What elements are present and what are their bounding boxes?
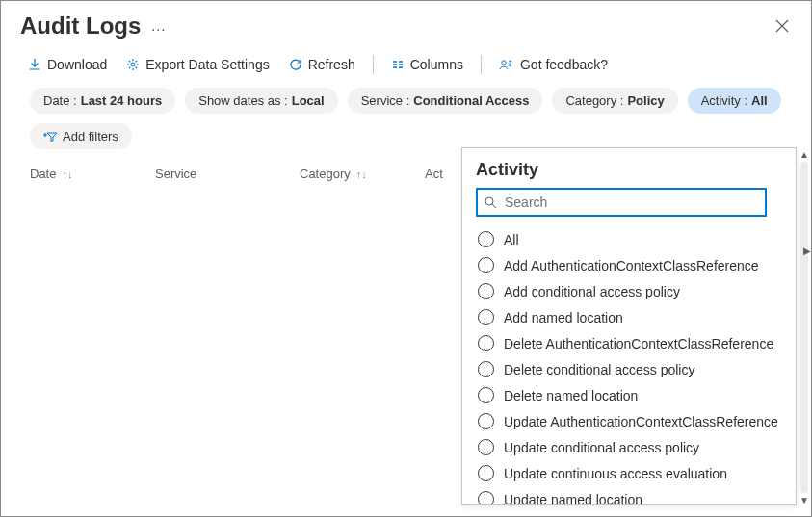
scrollbar-track[interactable] [800,162,808,493]
radio-icon [478,465,494,481]
activity-option-label: Add named location [504,310,623,325]
close-icon [775,19,789,33]
activity-option[interactable]: Update AuthenticationContextClassReferen… [476,408,786,434]
refresh-icon [289,58,302,71]
scroll-right-icon[interactable]: ▶ [803,246,811,256]
radio-icon [478,387,494,403]
columns-button[interactable]: Columns [383,53,471,76]
filter-show-dates[interactable]: Show dates as : Local [185,88,337,114]
filter-service[interactable]: Service : Conditional Access [348,88,543,114]
download-label: Download [47,57,107,72]
search-icon [484,195,497,209]
feedback-button[interactable]: Got feedback? [491,53,616,76]
activity-option[interactable]: Update conditional access policy [476,434,786,460]
activity-option-label: Update continuous access evaluation [504,466,727,481]
filter-service-label: Service : [361,93,410,108]
radio-icon [478,335,494,351]
column-header-service-label: Service [155,167,196,181]
add-filters-button[interactable]: Add filters [30,123,132,149]
activity-option[interactable]: Delete conditional access policy [476,356,786,382]
filter-date-value: Last 24 hours [81,93,163,108]
gear-icon [126,58,140,71]
activity-option[interactable]: Add conditional access policy [476,278,786,304]
toolbar-separator [373,55,374,74]
sort-icon: ↑↓ [356,168,367,180]
filter-activity-label: Activity : [701,93,747,108]
activity-option-label: Update conditional access policy [504,440,699,455]
activity-option-label: All [504,232,519,247]
column-header-category[interactable]: Category ↑↓ [300,167,425,181]
svg-point-1 [502,61,506,65]
filter-service-value: Conditional Access [413,93,529,108]
radio-icon [478,309,494,325]
feedback-icon [499,58,514,71]
activity-option-label: Delete conditional access policy [504,362,694,377]
column-header-date[interactable]: Date ↑↓ [30,167,155,181]
activity-dropdown: Activity AllAdd AuthenticationContextCla… [461,147,797,505]
activity-option-label: Update AuthenticationContextClassReferen… [504,414,778,429]
filter-activity[interactable]: Activity : All [688,88,781,114]
columns-icon [391,58,405,71]
column-header-category-label: Category [300,167,351,181]
activity-search-input[interactable] [476,188,767,217]
add-filters-label: Add filters [63,129,118,143]
svg-point-2 [485,197,493,205]
toolbar-separator [481,55,482,74]
filter-show-dates-label: Show dates as : [198,93,288,108]
export-settings-label: Export Data Settings [145,57,269,72]
activity-option-label: Update named location [504,492,642,506]
activity-option[interactable]: Delete AuthenticationContextClassReferen… [476,330,786,356]
radio-icon [478,491,494,505]
filter-date[interactable]: Date : Last 24 hours [30,88,175,114]
activity-option[interactable]: Update continuous access evaluation [476,460,786,486]
filter-category-label: Category : [565,93,623,108]
filter-activity-value: All [751,93,768,108]
radio-icon [478,231,494,247]
more-menu-icon[interactable]: … [150,17,168,35]
activity-option[interactable]: Add named location [476,304,786,330]
column-header-date-label: Date [30,167,56,181]
svg-point-0 [131,63,135,66]
activity-options-list[interactable]: AllAdd AuthenticationContextClassReferen… [476,226,792,505]
command-bar: Download Export Data Settings Refresh Co… [1,47,811,88]
activity-option[interactable]: Delete named location [476,382,786,408]
page-title: Audit Logs [20,13,141,39]
activity-option[interactable]: Add AuthenticationContextClassReference [476,252,786,278]
activity-search-field[interactable] [503,194,759,211]
activity-option[interactable]: All [476,226,786,252]
activity-option[interactable]: Update named location [476,486,786,505]
activity-option-label: Add conditional access policy [504,284,680,299]
radio-icon [478,361,494,377]
refresh-label: Refresh [308,57,355,72]
filter-add-icon [43,131,57,142]
column-header-activity[interactable]: Act [425,167,443,181]
scroll-down-icon[interactable]: ▼ [799,495,809,505]
activity-option-label: Delete named location [504,388,638,403]
feedback-label: Got feedback? [520,57,608,72]
export-settings-button[interactable]: Export Data Settings [118,53,276,76]
activity-option-label: Delete AuthenticationContextClassReferen… [504,336,773,351]
close-button[interactable] [773,16,792,36]
refresh-button[interactable]: Refresh [281,53,363,76]
panel-scrollbar[interactable]: ▲ ▼ [799,149,810,505]
columns-label: Columns [410,57,463,72]
download-icon [28,58,41,71]
radio-icon [478,283,494,299]
dropdown-title: Activity [476,160,792,180]
radio-icon [478,439,494,455]
filter-category-value: Policy [627,93,664,108]
radio-icon [478,413,494,429]
radio-icon [478,257,494,273]
column-header-service[interactable]: Service [155,167,300,181]
download-button[interactable]: Download [20,53,115,76]
filter-show-dates-value: Local [292,93,325,108]
filter-date-label: Date : [43,93,77,108]
column-header-activity-label: Act [425,167,443,181]
activity-option-label: Add AuthenticationContextClassReference [504,258,759,273]
sort-icon: ↑↓ [62,168,72,180]
scroll-up-icon[interactable]: ▲ [799,149,809,160]
filter-category[interactable]: Category : Policy [552,88,677,114]
